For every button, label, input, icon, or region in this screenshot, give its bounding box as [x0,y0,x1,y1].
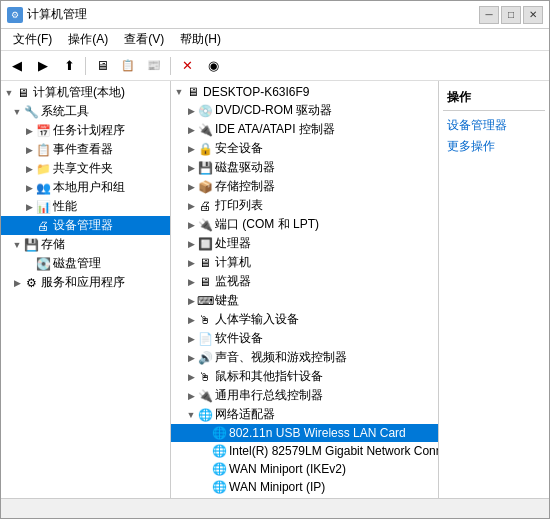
left-tree-item-event-viewer[interactable]: ▶ 📋 事件查看器 [1,140,170,159]
icon-storage-ctrl: 📦 [197,179,213,195]
help-button[interactable]: 📰 [142,54,166,78]
icon-mice: 🖱 [197,369,213,385]
center-tree-item-ports[interactable]: ▶ 🔌 端口 (COM 和 LPT) [171,215,438,234]
minimize-button[interactable]: ─ [479,6,499,24]
center-tree-item-storage-ctrl[interactable]: ▶ 📦 存储控制器 [171,177,438,196]
icon-ide-ata: 🔌 [197,122,213,138]
window-title: 计算机管理 [27,6,479,23]
icon-root: 🖥 [185,84,201,100]
label-root: DESKTOP-K63I6F9 [203,85,438,99]
label-processors: 处理器 [215,235,438,252]
center-tree-root[interactable]: ▼ 🖥 DESKTOP-K63I6F9 [171,83,438,101]
title-bar-buttons: ─ □ ✕ [479,6,543,24]
arrow-software-devices: ▶ [185,333,197,345]
center-tree-item-computer[interactable]: ▶ 🖥 计算机 [171,253,438,272]
label-hid: 人体学输入设备 [215,311,438,328]
label-disk-drives: 磁盘驱动器 [215,159,438,176]
properties-button[interactable]: 📋 [116,54,140,78]
icon-device-manager: 🖨 [35,218,51,234]
close-button[interactable]: ✕ [523,6,543,24]
label-task-scheduler: 任务计划程序 [53,122,170,139]
left-tree-item-shared-folders[interactable]: ▶ 📁 共享文件夹 [1,159,170,178]
arrow-hid: ▶ [185,314,197,326]
center-tree-item-wan-ip[interactable]: 🌐 WAN Miniport (IP) [171,478,438,496]
left-tree-item-computer-management[interactable]: ▼ 🖥 计算机管理(本地) [1,83,170,102]
left-tree-item-storage[interactable]: ▼ 💾 存储 [1,235,170,254]
label-usb: 通用串行总线控制器 [215,387,438,404]
arrow-keyboard: ▶ [185,295,197,307]
icon-performance: 📊 [35,199,51,215]
label-dvdrom: DVD/CD-ROM 驱动器 [215,102,438,119]
center-tree-item-disk-drives[interactable]: ▶ 💾 磁盘驱动器 [171,158,438,177]
icon-computer-management: 🖥 [15,85,31,101]
icon-printers: 🖨 [197,198,213,214]
icon-computer: 🖥 [197,255,213,271]
menu-action[interactable]: 操作(A) [60,29,116,50]
label-wifi-lan: 802.11n USB Wireless LAN Card [229,426,438,440]
arrow-processors: ▶ [185,238,197,250]
up-button[interactable]: ⬆ [57,54,81,78]
arrow-monitors: ▶ [185,276,197,288]
arrow-sound-video: ▶ [185,352,197,364]
left-tree-item-system-tools[interactable]: ▼ 🔧 系统工具 [1,102,170,121]
show-hide-button[interactable]: 🖥 [90,54,114,78]
center-tree-item-security[interactable]: ▶ 🔒 安全设备 [171,139,438,158]
icon-wan-ip: 🌐 [211,479,227,495]
arrow-device-manager [23,220,35,232]
center-tree-item-wifi-lan[interactable]: 🌐 802.11n USB Wireless LAN Card [171,424,438,442]
left-tree-item-task-scheduler[interactable]: ▶ 📅 任务计划程序 [1,121,170,140]
center-tree-item-monitors[interactable]: ▶ 🖥 监视器 [171,272,438,291]
forward-button[interactable]: ▶ [31,54,55,78]
actions-panel: 操作 设备管理器 更多操作 [439,81,549,498]
maximize-button[interactable]: □ [501,6,521,24]
center-tree-item-mice[interactable]: ▶ 🖱 鼠标和其他指针设备 [171,367,438,386]
icon-local-users: 👥 [35,180,51,196]
center-tree-item-dvdrom[interactable]: ▶ 💿 DVD/CD-ROM 驱动器 [171,101,438,120]
arrow-wan-ikev2 [199,463,211,475]
action-more-actions[interactable]: 更多操作 [443,136,545,157]
center-tree-item-hid[interactable]: ▶ 🖱 人体学输入设备 [171,310,438,329]
toolbar-sep-2 [170,57,171,75]
center-tree-item-intel-gigabit[interactable]: 🌐 Intel(R) 82579LM Gigabit Network Conne… [171,442,438,460]
arrow-printers: ▶ [185,200,197,212]
arrow-disk-drives: ▶ [185,162,197,174]
main-window: ⚙ 计算机管理 ─ □ ✕ 文件(F) 操作(A) 查看(V) 帮助(H) ◀ … [0,0,550,519]
label-wan-ip: WAN Miniport (IP) [229,480,438,494]
icon-dvdrom: 💿 [197,103,213,119]
label-wan-ikev2: WAN Miniport (IKEv2) [229,462,438,476]
menu-view[interactable]: 查看(V) [116,29,172,50]
label-software-devices: 软件设备 [215,330,438,347]
label-services-apps: 服务和应用程序 [41,274,170,291]
label-printers: 打印列表 [215,197,438,214]
left-tree-item-disk-management[interactable]: 💽 磁盘管理 [1,254,170,273]
center-tree-item-wan-ikev2[interactable]: 🌐 WAN Miniport (IKEv2) [171,460,438,478]
menu-file[interactable]: 文件(F) [5,29,60,50]
refresh-button[interactable]: ◉ [201,54,225,78]
left-tree-item-local-users[interactable]: ▶ 👥 本地用户和组 [1,178,170,197]
label-shared-folders: 共享文件夹 [53,160,170,177]
arrow-computer: ▶ [185,257,197,269]
arrow-wan-ip [199,481,211,493]
center-tree-item-sound-video[interactable]: ▶ 🔊 声音、视频和游戏控制器 [171,348,438,367]
label-ports: 端口 (COM 和 LPT) [215,216,438,233]
center-tree-item-usb[interactable]: ▶ 🔌 通用串行总线控制器 [171,386,438,405]
icon-usb: 🔌 [197,388,213,404]
arrow-computer-management: ▼ [3,87,15,99]
center-tree-item-printers[interactable]: ▶ 🖨 打印列表 [171,196,438,215]
left-tree-item-device-manager[interactable]: 🖨 设备管理器 [1,216,170,235]
left-tree-item-performance[interactable]: ▶ 📊 性能 [1,197,170,216]
menu-help[interactable]: 帮助(H) [172,29,229,50]
delete-button[interactable]: ✕ [175,54,199,78]
center-tree-item-keyboard[interactable]: ▶ ⌨ 键盘 [171,291,438,310]
icon-monitors: 🖥 [197,274,213,290]
arrow-system-tools: ▼ [11,106,23,118]
center-tree-item-processors[interactable]: ▶ 🔲 处理器 [171,234,438,253]
icon-wifi-lan: 🌐 [211,425,227,441]
left-tree-item-services-apps[interactable]: ▶ ⚙ 服务和应用程序 [1,273,170,292]
center-tree-item-network-adapters[interactable]: ▼ 🌐 网络适配器 [171,405,438,424]
center-tree-item-software-devices[interactable]: ▶ 📄 软件设备 [171,329,438,348]
icon-intel-gigabit: 🌐 [211,443,227,459]
back-button[interactable]: ◀ [5,54,29,78]
action-device-manager[interactable]: 设备管理器 [443,115,545,136]
center-tree-item-ide-ata[interactable]: ▶ 🔌 IDE ATA/ATAPI 控制器 [171,120,438,139]
